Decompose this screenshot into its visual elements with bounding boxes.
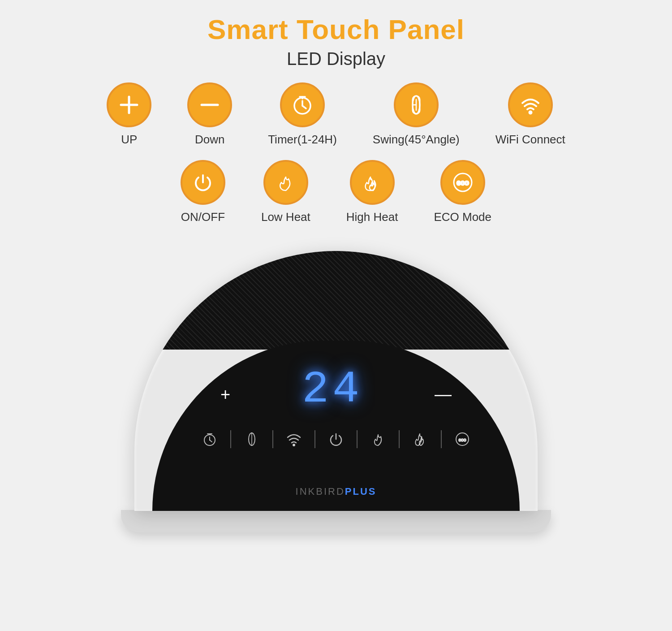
power-icon [191, 171, 215, 194]
eco-button[interactable]: eco [440, 160, 485, 205]
panel-highheat-btn[interactable] [412, 431, 428, 447]
page-title: Smart Touch Panel [207, 13, 465, 45]
lowheat-button[interactable] [263, 160, 308, 205]
wifi-button[interactable] [508, 82, 553, 127]
brand-inkbird: INKBIRD [296, 486, 345, 497]
svg-text:eco: eco [458, 437, 466, 442]
wifi-label: WiFi Connect [495, 133, 565, 147]
highheat-button[interactable] [350, 160, 395, 205]
highheat-label: High Heat [346, 210, 398, 224]
icons-row-2: ON/OFF Low Heat High Heat [181, 160, 491, 224]
flame-low-icon [274, 171, 297, 194]
icon-item-onoff: ON/OFF [181, 160, 225, 224]
icon-item-lowheat: Low Heat [261, 160, 310, 224]
led-display: 24 [302, 367, 363, 412]
panel-lowheat-icon [370, 431, 386, 447]
sep3 [314, 430, 315, 448]
onoff-button[interactable] [181, 160, 225, 205]
clock-icon [291, 93, 314, 117]
panel-lowheat-btn[interactable] [370, 431, 386, 447]
panel-wifi-btn[interactable] [286, 431, 302, 447]
icon-item-up: UP [107, 82, 151, 147]
svg-line-5 [302, 106, 306, 108]
svg-point-12 [529, 111, 532, 114]
icon-item-wifi: WiFi Connect [495, 82, 565, 147]
icon-item-eco: eco ECO Mode [434, 160, 491, 224]
plus-symbol[interactable]: + [220, 385, 230, 404]
sep2 [272, 430, 273, 448]
svg-text:eco: eco [457, 179, 469, 186]
sep6 [441, 430, 442, 448]
up-button[interactable] [107, 82, 151, 127]
swing-button[interactable] [394, 82, 439, 127]
timer-label: Timer(1-24H) [268, 133, 337, 147]
minus-symbol[interactable]: — [435, 385, 452, 404]
icon-item-swing: Swing(45°Angle) [373, 82, 460, 147]
sep5 [399, 430, 400, 448]
panel-eco-btn[interactable]: eco [454, 431, 470, 447]
panel-eco-icon: eco [454, 431, 470, 447]
panel-power-icon [328, 431, 344, 447]
wifi-icon [519, 93, 542, 117]
device-base [121, 510, 551, 532]
sep1 [230, 430, 231, 448]
panel-wifi-icon [286, 431, 302, 447]
page-subtitle: LED Display [287, 49, 385, 69]
icon-item-down: Down [187, 82, 232, 147]
svg-line-17 [210, 440, 212, 442]
eco-icon: eco [451, 171, 474, 194]
minus-icon [198, 93, 221, 117]
plus-icon [117, 93, 141, 117]
panel-clock-icon [202, 431, 218, 447]
eco-label: ECO Mode [434, 210, 491, 224]
device-grille [134, 251, 538, 350]
panel-timer-btn[interactable] [202, 431, 218, 447]
panel-swing-btn[interactable] [244, 431, 260, 447]
svg-point-21 [293, 444, 295, 446]
device-section: + 24 — [90, 251, 582, 532]
swing-icon [405, 93, 428, 117]
panel-highheat-icon [412, 431, 428, 447]
panel-swing-icon [244, 431, 260, 447]
icon-item-timer: Timer(1-24H) [268, 82, 337, 147]
control-panel: + 24 — [152, 341, 520, 511]
swing-label: Swing(45°Angle) [373, 133, 460, 147]
touch-buttons-row: eco [202, 430, 470, 448]
timer-button[interactable] [280, 82, 325, 127]
icon-item-highheat: High Heat [346, 160, 398, 224]
down-label: Down [195, 133, 224, 147]
sep4 [357, 430, 358, 448]
lowheat-label: Low Heat [261, 210, 310, 224]
down-button[interactable] [187, 82, 232, 127]
icons-row-1: UP Down Timer(1-24H) [107, 82, 565, 147]
device-body: + 24 — [134, 251, 538, 511]
up-label: UP [121, 133, 137, 147]
flame-high-icon [361, 171, 384, 194]
brand-plus: PLUS [345, 486, 377, 497]
panel-power-btn[interactable] [328, 431, 344, 447]
brand: INKBIRD PLUS [296, 486, 377, 497]
onoff-label: ON/OFF [181, 210, 225, 224]
icons-section: UP Down Timer(1-24H) [0, 82, 672, 238]
plus-minus-row: + 24 — [220, 367, 452, 421]
